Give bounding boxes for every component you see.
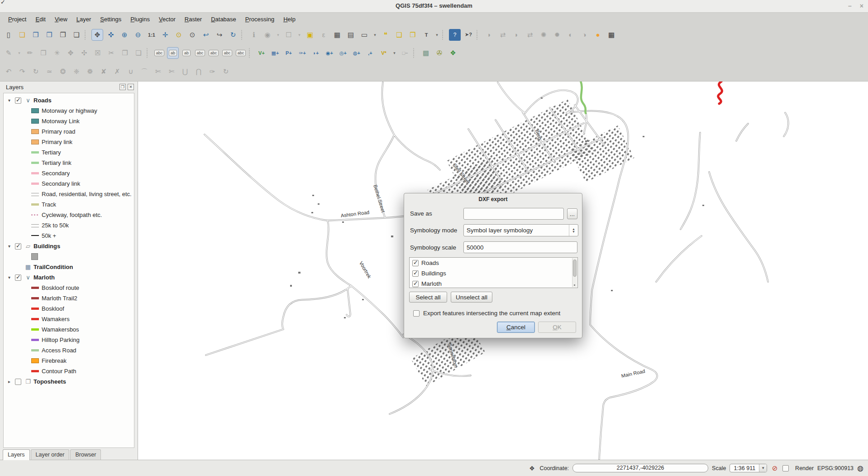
copy-features-icon[interactable]: ❐ <box>119 47 131 59</box>
composer-manager-icon[interactable]: ❏ <box>71 29 82 41</box>
close-icon[interactable]: × <box>860 2 863 10</box>
plugin-installer-icon[interactable]: ❖ <box>447 47 459 59</box>
brightness-decrease-icon[interactable]: ✹ <box>551 29 563 41</box>
layer-tree-row[interactable]: Secondary link <box>4 178 134 189</box>
add-mssql-layer-icon[interactable]: ◗+ <box>310 47 322 59</box>
zoom-native-icon[interactable]: 1:1 <box>146 29 157 41</box>
open-project-icon[interactable]: ❏ <box>16 29 28 41</box>
expand-arrow-icon[interactable]: ▸ <box>8 379 15 384</box>
add-part-icon[interactable]: ❈ <box>71 66 82 77</box>
field-calculator-icon[interactable]: ▤ <box>345 29 357 41</box>
add-vector-layer-icon[interactable]: V+ <box>256 47 267 59</box>
dock-tab[interactable]: Browser <box>70 449 101 460</box>
brightness-increase-icon[interactable]: ✺ <box>538 29 549 41</box>
simplify-feature-icon[interactable]: ≃ <box>43 66 55 77</box>
layer-visibility-checkbox[interactable] <box>15 379 21 385</box>
menu-item[interactable]: Processing <box>241 14 279 24</box>
layer-tree-row[interactable]: Wamakers <box>4 314 134 324</box>
rotate-label-icon[interactable]: abc <box>221 47 233 59</box>
layer-visibility-checkbox[interactable] <box>15 97 21 104</box>
zoom-out-icon[interactable]: ⊖ <box>132 29 144 41</box>
merge-attributes-icon[interactable]: ⋂ <box>193 66 205 77</box>
map-tips-icon[interactable]: ❝ <box>380 29 391 41</box>
dropdown-icon[interactable]: ▾ <box>372 29 378 41</box>
delete-selected-icon[interactable]: ☒ <box>92 47 104 59</box>
layer-tree-row[interactable]: 50k + <box>4 231 134 241</box>
plugin-manager-icon[interactable]: ✇ <box>434 47 445 59</box>
layer-tree-row[interactable]: Access Road <box>4 345 134 356</box>
deselect-features-icon[interactable]: ▣ <box>304 29 316 41</box>
export-layer-row[interactable]: Marloth <box>410 279 577 288</box>
export-layer-checkbox[interactable] <box>412 260 419 266</box>
scale-select[interactable]: 1:36 911 ▼ <box>730 464 767 472</box>
layer-tree-row[interactable]: Tertiary <box>4 147 134 158</box>
separator[interactable] <box>147 48 151 58</box>
dropdown-icon[interactable]: ▾ <box>434 29 440 41</box>
menu-item[interactable]: Database <box>206 14 241 24</box>
zoom-in-icon[interactable]: ⊕ <box>119 29 130 41</box>
offset-curve-icon[interactable]: ⌒ <box>138 66 150 77</box>
cut-features-icon[interactable]: ✂ <box>105 47 117 59</box>
measure-line-icon[interactable]: ▭ <box>358 29 370 41</box>
label-settings-icon[interactable]: abc <box>153 47 165 59</box>
layer-tree-row[interactable]: Track <box>4 199 134 210</box>
export-layer-checkbox[interactable] <box>412 270 419 277</box>
pin-labels-icon[interactable]: ab <box>167 47 179 59</box>
layer-tree-row[interactable]: Primary link <box>4 137 134 147</box>
stddev-stretch-local-icon[interactable]: ◗ <box>510 29 522 41</box>
ok-button[interactable]: OK <box>538 322 576 333</box>
dock-tab[interactable]: Layer order <box>31 449 70 460</box>
menu-item[interactable]: Raster <box>180 14 206 24</box>
highlight-pinned-labels-icon[interactable]: ab <box>181 47 192 59</box>
export-layer-row[interactable]: Roads <box>410 258 577 268</box>
layer-tree-row[interactable]: 25k to 50k <box>4 220 134 231</box>
layer-tree-row[interactable]: Motorway or highway <box>4 106 134 116</box>
render-checkbox[interactable] <box>782 465 789 471</box>
separator[interactable] <box>241 30 246 40</box>
new-bookmark-icon[interactable]: ❑ <box>393 29 405 41</box>
remove-layer-group-icon[interactable]: □− <box>399 47 411 59</box>
open-attribute-table-icon[interactable]: ▦ <box>331 29 343 41</box>
panel-close-icon[interactable]: ✕ <box>128 84 134 90</box>
save-project-icon[interactable]: ❒ <box>30 29 42 41</box>
dock-tab[interactable]: Layers <box>3 449 30 460</box>
separator[interactable] <box>85 30 89 40</box>
metasearch-icon[interactable]: ▩ <box>420 47 432 59</box>
layer-tree-row[interactable]: Tertiary link <box>4 158 134 168</box>
dropdown-icon[interactable]: ▾ <box>391 47 397 59</box>
zoom-last-icon[interactable]: ↩ <box>200 29 212 41</box>
add-ring-icon[interactable]: ❂ <box>57 66 69 77</box>
combo-spin-arrows-icon[interactable]: ▲▼ <box>569 225 578 236</box>
menu-item[interactable]: Edit <box>31 14 50 24</box>
menu-item[interactable]: Help <box>279 14 300 24</box>
layer-tree-row[interactable]: Boskloof <box>4 303 134 314</box>
separator[interactable] <box>477 30 481 40</box>
save-as-input[interactable] <box>463 208 564 220</box>
layer-tree-row[interactable]: Road, residential, living street, etc. <box>4 189 134 199</box>
reshape-features-icon[interactable]: ∪ <box>125 66 137 77</box>
dropdown-icon[interactable]: ▾ <box>16 47 22 59</box>
dropdown-icon[interactable]: ▾ <box>275 29 281 41</box>
add-wcs-layer-icon[interactable]: ◎+ <box>337 47 349 59</box>
move-label-icon[interactable]: abc <box>208 47 219 59</box>
redo-icon[interactable]: ↷ <box>16 66 28 77</box>
menu-item[interactable]: Plugins <box>126 14 154 24</box>
add-delimited-text-icon[interactable]: ,+ <box>364 47 376 59</box>
scrollbar-thumb[interactable] <box>573 260 577 277</box>
contrast-decrease-icon[interactable]: ◑ <box>578 29 590 41</box>
panel-float-icon[interactable]: ❐ <box>119 84 126 90</box>
layer-tree-row[interactable]: Wamakersbos <box>4 324 134 335</box>
toggle-editing-icon[interactable]: ✏ <box>24 47 36 59</box>
layer-tree-row[interactable]: Secondary <box>4 168 134 178</box>
histogram-stretch-local-icon[interactable]: ◗ <box>483 29 495 41</box>
split-features-icon[interactable]: ✄ <box>152 66 164 77</box>
crs-status-icon[interactable]: ◍ <box>857 464 863 472</box>
extents-toggle-icon[interactable]: ❖ <box>528 465 536 472</box>
menu-item[interactable]: Project <box>4 14 31 24</box>
layer-visibility-checkbox[interactable] <box>15 274 21 281</box>
minimize-icon[interactable]: – <box>848 2 852 10</box>
layer-tree-row[interactable]: ▸ ❐ Toposheets <box>4 376 134 387</box>
separator[interactable] <box>413 48 418 58</box>
menu-item[interactable]: View <box>50 14 72 24</box>
menu-item[interactable]: Layer <box>72 14 96 24</box>
